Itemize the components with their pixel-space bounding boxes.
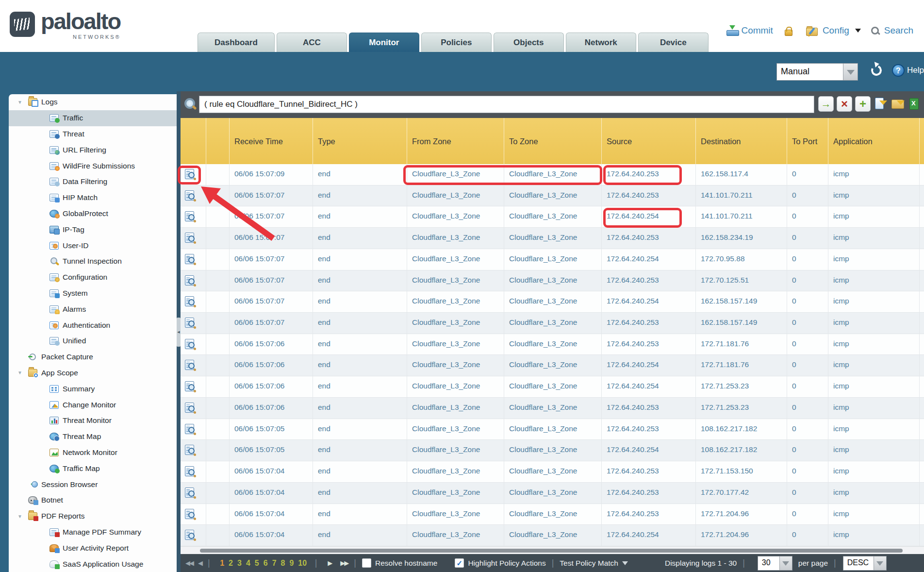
clear-filter-button[interactable]: ×: [837, 96, 852, 112]
tab-dashboard[interactable]: Dashboard: [198, 33, 275, 52]
resolve-hostname-checkbox[interactable]: [362, 558, 371, 568]
col-header-type[interactable]: Type: [313, 118, 407, 164]
sidebar-item-configuration[interactable]: Configuration: [9, 269, 177, 286]
filter-builder-icon[interactable]: [874, 97, 888, 111]
sidebar-item-url-filtering[interactable]: URL Filtering: [9, 142, 177, 158]
col-header-blank-1[interactable]: [206, 118, 229, 164]
sidebar-item-packet-capture[interactable]: Packet Capture: [9, 349, 177, 365]
sidebar-item-system[interactable]: System: [9, 286, 177, 302]
log-detail-icon[interactable]: [185, 275, 194, 286]
sidebar-item-pdf-reports[interactable]: ▼PDF Reports: [9, 508, 177, 524]
last-page-button[interactable]: ▶▶: [340, 559, 348, 567]
tab-monitor[interactable]: Monitor: [349, 33, 419, 52]
refresh-mode-caret-icon[interactable]: [843, 64, 858, 80]
page-number-1[interactable]: 1: [220, 559, 224, 568]
sidebar-item-tunnel-inspection[interactable]: Tunnel Inspection: [9, 253, 177, 269]
page-number-9[interactable]: 9: [289, 559, 294, 568]
col-header-destination[interactable]: Destination: [695, 118, 787, 164]
col-header-to-zone[interactable]: To Zone: [504, 118, 601, 164]
page-number-5[interactable]: 5: [255, 559, 259, 568]
log-detail-icon[interactable]: [185, 466, 194, 476]
sidebar-item-botnet[interactable]: Botnet: [9, 492, 177, 508]
sidebar-item-threat[interactable]: Threat: [9, 126, 177, 142]
sidebar-item-traffic[interactable]: Traffic: [9, 110, 177, 126]
highlight-policy-checkbox[interactable]: ✓: [455, 558, 464, 568]
page-number-10[interactable]: 10: [298, 559, 307, 568]
export-logs-icon[interactable]: [908, 97, 923, 111]
first-page-button[interactable]: ◀◀: [185, 559, 193, 567]
sidebar-item-hip-match[interactable]: HIP Match: [9, 190, 177, 206]
col-header-application[interactable]: Application: [828, 118, 919, 164]
log-detail-icon[interactable]: [185, 445, 194, 455]
page-number-4[interactable]: 4: [246, 559, 250, 568]
scrollbar-thumb[interactable]: [200, 549, 903, 553]
sidebar-item-traffic-map[interactable]: Traffic Map: [9, 460, 177, 476]
apply-filter-button[interactable]: →: [818, 96, 834, 112]
expand-caret-icon[interactable]: ▼: [17, 370, 28, 375]
sidebar-item-manage-pdf-summary[interactable]: Manage PDF Summary: [9, 524, 177, 540]
help-icon[interactable]: ?: [892, 64, 905, 77]
tab-objects[interactable]: Objects: [494, 33, 564, 52]
per-page-select[interactable]: 30: [758, 556, 792, 571]
log-detail-icon[interactable]: [185, 530, 194, 540]
collapse-sidebar-handle[interactable]: ◀: [177, 318, 181, 347]
sidebar-item-user-activity-report[interactable]: User Activity Report: [9, 540, 177, 556]
tab-policies[interactable]: Policies: [421, 33, 492, 52]
page-number-6[interactable]: 6: [264, 559, 268, 568]
lock-icon[interactable]: [785, 30, 792, 36]
help-link[interactable]: Help: [907, 66, 924, 75]
expand-caret-icon[interactable]: ▼: [17, 514, 28, 519]
log-detail-icon[interactable]: [185, 254, 194, 264]
next-page-button[interactable]: ▶: [328, 559, 331, 567]
sidebar-item-unified[interactable]: Unified: [9, 333, 177, 349]
sidebar-item-session-browser[interactable]: Session Browser: [9, 476, 177, 492]
log-detail-icon[interactable]: [185, 339, 194, 349]
tab-network[interactable]: Network: [566, 33, 636, 52]
filter-query-input[interactable]: [199, 96, 814, 113]
refresh-mode-select[interactable]: Manual: [776, 63, 858, 81]
horizontal-scrollbar[interactable]: [181, 546, 924, 554]
col-header-source[interactable]: Source: [601, 118, 695, 164]
sidebar-item-alarms[interactable]: Alarms: [9, 301, 177, 317]
refresh-icon[interactable]: [870, 64, 883, 77]
tab-acc[interactable]: ACC: [277, 33, 347, 52]
sort-order-select[interactable]: DESC: [843, 556, 887, 571]
sidebar-item-change-monitor[interactable]: Change Monitor: [9, 397, 177, 413]
sidebar-item-ip-tag[interactable]: IP-Tag: [9, 221, 177, 237]
col-header-receive-time[interactable]: Receive Time: [229, 118, 313, 164]
log-detail-icon[interactable]: [185, 296, 194, 306]
col-header-from-zone[interactable]: From Zone: [407, 118, 504, 164]
col-header-blank-0[interactable]: [181, 118, 206, 164]
page-number-8[interactable]: 8: [281, 559, 285, 568]
sidebar-item-network-monitor[interactable]: Network Monitor: [9, 445, 177, 461]
sidebar-item-threat-monitor[interactable]: Threat Monitor: [9, 413, 177, 429]
sidebar-item-saas-application-usage[interactable]: SaaS Application Usage: [9, 556, 177, 572]
sidebar-item-logs[interactable]: ▼Logs: [9, 94, 177, 110]
sidebar-item-user-id[interactable]: User-ID: [9, 237, 177, 253]
log-detail-icon[interactable]: [185, 233, 194, 243]
log-detail-icon[interactable]: [185, 211, 194, 221]
search-icon[interactable]: [871, 26, 880, 36]
sidebar-splitter[interactable]: ◀: [177, 91, 181, 572]
load-filter-icon[interactable]: [891, 97, 906, 111]
page-number-3[interactable]: 3: [237, 559, 242, 568]
sidebar-item-data-filtering[interactable]: Data Filtering: [9, 174, 177, 190]
sidebar-item-globalprotect[interactable]: GlobalProtect: [9, 206, 177, 222]
prev-page-button[interactable]: ◀: [198, 559, 202, 567]
log-detail-icon[interactable]: [185, 190, 194, 201]
log-detail-icon[interactable]: [185, 318, 194, 328]
add-filter-button[interactable]: +: [855, 96, 871, 112]
search-link[interactable]: Search: [884, 25, 913, 36]
log-detail-icon[interactable]: [185, 488, 194, 498]
commit-icon[interactable]: [726, 25, 738, 36]
commit-link[interactable]: Commit: [741, 25, 773, 36]
sidebar-item-app-scope[interactable]: ▼App Scope: [9, 365, 177, 381]
log-detail-icon[interactable]: [185, 360, 194, 370]
expand-caret-icon[interactable]: ▼: [17, 100, 28, 105]
sidebar-item-summary[interactable]: Summary: [9, 381, 177, 397]
config-icon[interactable]: [806, 28, 818, 36]
log-detail-icon[interactable]: [185, 403, 194, 413]
config-link[interactable]: Config: [823, 25, 849, 36]
config-caret-icon[interactable]: [855, 29, 861, 35]
log-detail-icon[interactable]: [185, 424, 194, 434]
